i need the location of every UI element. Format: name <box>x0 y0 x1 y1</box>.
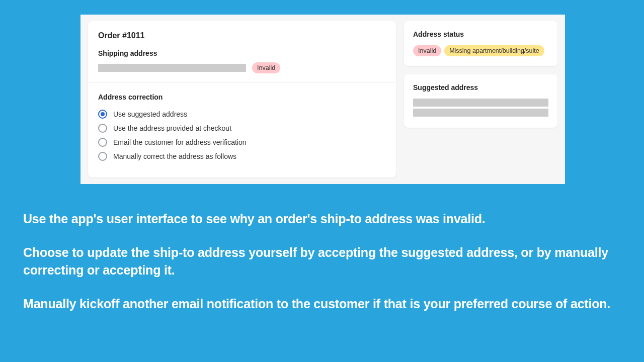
invalid-badge: Invalid <box>252 62 280 73</box>
promo-line-3: Manually kickoff another email notificat… <box>23 295 621 313</box>
shipping-address-redacted <box>98 64 246 72</box>
shipping-address-label: Shipping address <box>98 49 386 57</box>
status-badge-missing-apt: Missing apartment/building/suite <box>444 45 544 56</box>
shipping-address-line: Invalid <box>98 62 386 73</box>
radio-icon <box>98 124 107 133</box>
promo-line-2: Choose to update the ship-to address you… <box>23 244 621 279</box>
radio-icon <box>98 110 107 119</box>
right-column: Address status InvalidMissing apartment/… <box>404 21 557 177</box>
radio-label: Email the customer for address verificat… <box>113 138 247 146</box>
radio-label: Use suggested address <box>113 110 187 118</box>
app-panel: Order #1011 Shipping address Invalid Add… <box>80 15 565 184</box>
suggested-address-redacted <box>413 99 548 107</box>
radio-email-customer[interactable]: Email the customer for address verificat… <box>98 135 386 149</box>
status-badges: InvalidMissing apartment/building/suite <box>413 45 548 56</box>
order-title: Order #1011 <box>98 31 386 40</box>
suggested-address-card: Suggested address <box>404 74 557 128</box>
promo-text: Use the app's user interface to see why … <box>23 210 621 329</box>
radio-use-suggested[interactable]: Use suggested address <box>98 107 386 121</box>
radio-label: Manually correct the address as follows <box>113 152 236 160</box>
order-header-section: Order #1011 Shipping address Invalid <box>88 21 396 83</box>
status-badge-invalid: Invalid <box>413 45 441 56</box>
radio-label: Use the address provided at checkout <box>113 124 231 132</box>
address-correction-section: Address correction Use suggested address… <box>88 83 396 173</box>
radio-icon <box>98 138 107 147</box>
order-card: Order #1011 Shipping address Invalid Add… <box>88 21 396 177</box>
address-status-heading: Address status <box>413 30 548 38</box>
suggested-address-lines <box>413 99 548 117</box>
suggested-address-heading: Suggested address <box>413 83 548 92</box>
suggested-address-redacted <box>413 109 548 117</box>
radio-use-checkout-address[interactable]: Use the address provided at checkout <box>98 121 386 135</box>
address-status-card: Address status InvalidMissing apartment/… <box>404 21 557 66</box>
address-correction-heading: Address correction <box>98 93 386 101</box>
promo-line-1: Use the app's user interface to see why … <box>23 210 621 228</box>
radio-manual-correct[interactable]: Manually correct the address as follows <box>98 149 386 163</box>
radio-icon <box>98 152 107 161</box>
